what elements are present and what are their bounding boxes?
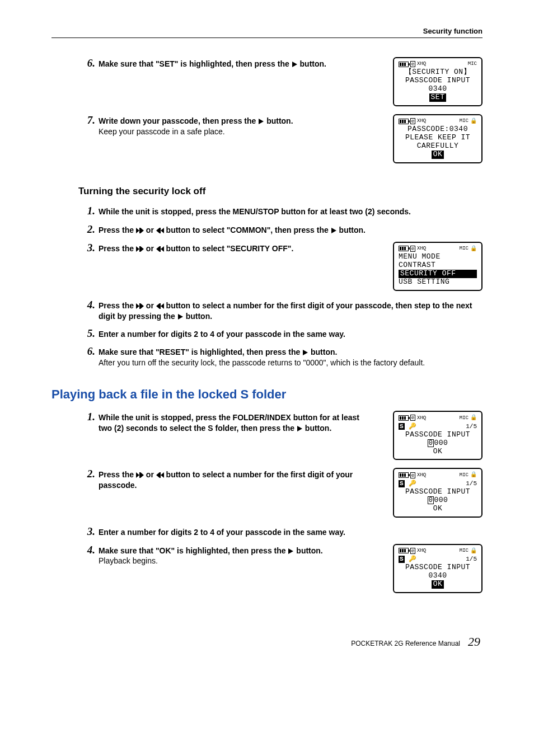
step-off-1: While the unit is stopped, press the MEN… <box>99 205 483 217</box>
step-number: 7. <box>78 114 99 127</box>
page-number: 29 <box>468 635 480 649</box>
lock-icon: 🔒 <box>470 548 477 555</box>
play-icon <box>259 119 264 124</box>
lock-icon: 🔒 <box>470 415 477 421</box>
play-icon <box>288 548 293 554</box>
device-screen-passcode-input-1: e XHQ MIC 🔒 S 🔑 1/5 PASSCODE INPUT 0000 … <box>393 411 483 460</box>
device-screen-passcode-input-2: e XHQ MIC 🔒 S 🔑 1/5 PASSCODE INPUT 0000 … <box>393 468 483 517</box>
e-icon: e <box>410 415 415 421</box>
page-footer: POCKETRAK 2G Reference Manual 29 <box>51 635 483 649</box>
device-screen-passcode-input-ok: e XHQ MIC 🔒 S 🔑 1/5 PASSCODE INPUT 0340 … <box>393 544 483 593</box>
rewind-icon <box>156 472 164 478</box>
lock-icon: 🔒 <box>470 472 477 478</box>
battery-icon <box>399 415 409 421</box>
page-header-title: Security function <box>423 27 483 35</box>
e-icon: e <box>410 548 415 554</box>
step-play-4: Make sure that "OK" is highlighted, then… <box>99 544 371 567</box>
device-screen-passcode-keep: e XHQ MIC 🔒 PASSCODE:0340 PLEASE KEEP IT… <box>393 114 483 163</box>
heading-turn-off: Turning the security lock off <box>78 186 483 197</box>
rewind-icon <box>156 246 164 252</box>
heading-play-s-folder: Playing back a file in the locked S fold… <box>51 387 483 402</box>
step-number: 3. <box>78 525 99 538</box>
step-play-2: Press the or button to select a number f… <box>99 468 371 491</box>
step-6-on-text: Make sure that "SET" is highlighted, the… <box>99 57 371 69</box>
step-off-6: Make sure that "RESET" is highlighted, t… <box>99 345 483 368</box>
play-icon <box>303 350 308 355</box>
play-icon <box>292 62 297 67</box>
step-number: 1. <box>78 205 99 218</box>
step-play-1: While the unit is stopped, press the FOL… <box>99 411 371 434</box>
fast-forward-icon <box>136 472 144 478</box>
step-number: 2. <box>78 468 99 481</box>
rewind-icon <box>156 228 164 233</box>
e-icon: e <box>410 472 415 478</box>
fast-forward-icon <box>136 303 144 309</box>
step-number: 4. <box>78 544 99 557</box>
key-icon: 🔑 <box>409 423 416 430</box>
battery-icon <box>399 548 409 553</box>
key-icon: 🔑 <box>409 480 416 487</box>
step-number: 4. <box>78 299 99 312</box>
device-screen-security-on: e XHQ MIC 【SECURITY ON】 PASSCODE INPUT 0… <box>393 57 483 106</box>
battery-icon <box>399 62 409 67</box>
rewind-icon <box>156 303 164 309</box>
step-number: 6. <box>78 57 99 70</box>
e-icon: e <box>410 246 415 252</box>
fast-forward-icon <box>136 246 144 252</box>
play-icon <box>178 314 183 320</box>
s-folder-icon: S <box>399 423 405 430</box>
key-icon: 🔑 <box>409 556 416 562</box>
step-off-5: Enter a number for digits 2 to 4 of your… <box>99 327 483 340</box>
play-icon <box>331 228 336 233</box>
device-screen-menu-mode: e XHQ MIC 🔒 MENU MODE CONTRAST SECURITY … <box>393 242 483 291</box>
step-play-3: Enter a number for digits 2 to 4 of your… <box>99 525 483 538</box>
battery-icon <box>399 119 409 124</box>
step-off-3: Press the or button to select "SECURITY … <box>99 242 371 254</box>
battery-icon <box>399 472 409 478</box>
play-icon <box>297 426 302 431</box>
e-icon: e <box>410 118 415 124</box>
step-off-2: Press the or button to select "COMMON", … <box>99 223 483 236</box>
s-folder-icon: S <box>399 480 405 487</box>
lock-icon: 🔒 <box>470 246 477 252</box>
s-folder-icon: S <box>399 556 405 563</box>
e-icon: e <box>410 61 415 67</box>
step-off-4: Press the or button to select a number f… <box>99 299 483 322</box>
step-number: 2. <box>78 223 99 236</box>
step-number: 1. <box>78 411 99 424</box>
lock-icon: 🔒 <box>470 118 477 125</box>
step-number: 5. <box>78 327 99 340</box>
step-number: 3. <box>78 242 99 255</box>
battery-icon <box>399 246 409 251</box>
step-number: 6. <box>78 345 99 358</box>
fast-forward-icon <box>136 228 144 233</box>
step-7-on-text: Write down your passcode, then press the… <box>99 114 371 137</box>
